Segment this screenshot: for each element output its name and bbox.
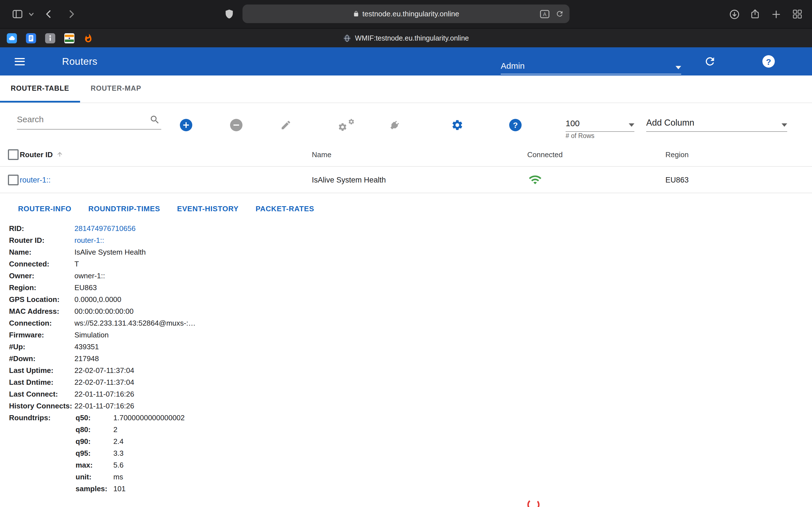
detail-row: Router ID:router-1::	[9, 234, 812, 246]
app-header: Routers Admin	[0, 47, 812, 75]
tab-overview-icon[interactable]	[790, 0, 805, 28]
detail-row: Last Uptime:22-02-07-11:37:04	[9, 364, 812, 376]
rows-per-page-value: 100	[566, 118, 580, 128]
detail-label: GPS Location:	[9, 295, 74, 304]
wifi-icon	[528, 173, 542, 186]
detail-value: 439351	[74, 342, 812, 351]
detail-label: Owner:	[9, 272, 74, 280]
stat-value: 1.7000000000000002	[113, 413, 812, 422]
stat-row: unit:ms	[75, 471, 812, 483]
add-row-button[interactable]	[179, 118, 193, 132]
remove-row-button[interactable]	[230, 118, 243, 132]
user-role-select[interactable]: Admin	[501, 54, 681, 74]
cloud-favicon[interactable]	[7, 33, 17, 43]
chevron-down-icon	[675, 66, 681, 69]
page-bookmark-title: WMIF:testnode.eu.thingularity.online	[355, 34, 469, 42]
stat-value: 2	[113, 425, 812, 434]
stat-label: samples:	[75, 485, 113, 493]
detail-row: Last Connect:22-01-11-07:16:26	[9, 388, 812, 400]
flame-favicon[interactable]	[84, 33, 93, 43]
router-settings-button[interactable]	[338, 118, 355, 132]
stat-value: 3.3	[113, 449, 812, 457]
forward-icon[interactable]	[64, 0, 79, 28]
tab-packet-rates[interactable]: PACKET-RATES	[256, 204, 314, 213]
detail-row: GPS Location:0.0000,0.0000	[9, 293, 812, 305]
detail-row: MAC Address:00:00:00:00:00:00	[9, 305, 812, 317]
settings-button[interactable]	[451, 118, 464, 132]
detail-row: Connection:ws://52.233.131.43:52864@muxs…	[9, 317, 812, 329]
rid-link[interactable]: 281474976710656	[74, 224, 812, 233]
shield-icon[interactable]	[222, 0, 236, 28]
sidebar-toggle-icon[interactable]	[10, 0, 25, 28]
rows-per-page-select[interactable]: 100	[566, 110, 635, 132]
translate-icon[interactable]: A	[540, 9, 550, 18]
detail-label: Router ID:	[9, 236, 74, 244]
connect-button[interactable]	[388, 118, 401, 132]
detail-label: #Up:	[9, 342, 74, 351]
tab-roundtrip-times[interactable]: ROUNDTRIP-TIMES	[88, 204, 160, 213]
column-header-name[interactable]: Name	[312, 150, 527, 159]
roundtrips-block: Roundtrips: q50:1.7000000000000002 q80:2…	[9, 412, 812, 495]
reload-icon[interactable]	[555, 10, 564, 18]
docs-favicon[interactable]	[26, 33, 36, 43]
refresh-button[interactable]	[704, 55, 716, 70]
detail-value: owner-1::	[74, 272, 812, 280]
detail-label: Last Uptime:	[9, 366, 74, 375]
back-icon[interactable]	[42, 0, 56, 28]
plus-circle-icon	[180, 119, 192, 131]
detail-row: Connected:T	[9, 258, 812, 270]
search-icon[interactable]	[149, 114, 160, 127]
detail-label: Firmware:	[9, 331, 74, 339]
active-page-bookmark[interactable]: WMIF:testnode.eu.thingularity.online	[343, 34, 469, 42]
detail-label: Connection:	[9, 319, 74, 327]
stat-value: 2.4	[113, 437, 812, 446]
new-tab-icon[interactable]	[769, 0, 783, 28]
table-help-button[interactable]	[509, 118, 522, 132]
edit-button[interactable]	[279, 118, 293, 132]
detail-label: Last Dntime:	[9, 378, 74, 386]
column-header-label: Router ID	[20, 150, 53, 159]
menu-icon[interactable]	[15, 47, 25, 75]
column-header-connected[interactable]: Connected	[527, 150, 665, 159]
detail-label: MAC Address:	[9, 307, 74, 316]
detail-label: History Connects:	[9, 402, 74, 410]
help-button[interactable]	[762, 55, 775, 68]
column-header-region[interactable]: Region	[665, 150, 804, 159]
address-bar[interactable]: testnode.eu.thingularity.online A	[243, 4, 569, 23]
detail-value: ws://52.233.131.43:52864@muxs-:…	[74, 319, 812, 327]
downloads-icon[interactable]	[727, 0, 741, 28]
favorites-bar: WMIF:testnode.eu.thingularity.online	[0, 28, 812, 47]
tab-router-table[interactable]: ROUTER-TABLE	[0, 75, 80, 103]
tab-event-history[interactable]: EVENT-HISTORY	[177, 204, 239, 213]
detail-value: 22-01-11-07:16:26	[74, 402, 812, 410]
add-column-select[interactable]: Add Column	[646, 110, 787, 132]
svg-text:A: A	[543, 11, 546, 17]
row-checkbox[interactable]	[8, 174, 18, 185]
lock-icon	[353, 10, 359, 17]
stat-value: 101	[113, 485, 812, 493]
stat-label: max:	[75, 461, 113, 469]
tab-router-info[interactable]: ROUTER-INFO	[18, 204, 71, 213]
stat-row: max:5.6	[75, 459, 812, 471]
table-toolbar: 100 # of Rows Add Column	[0, 103, 812, 143]
chevron-down-icon[interactable]	[27, 0, 35, 28]
share-icon[interactable]	[748, 0, 762, 28]
browser-toolbar: testnode.eu.thingularity.online A	[0, 0, 812, 28]
search-input[interactable]	[17, 111, 161, 129]
router-id-link[interactable]: router-1::	[74, 236, 812, 244]
detail-label: #Down:	[9, 354, 74, 363]
router-id-link[interactable]: router-1::	[20, 175, 51, 184]
detail-label: Name:	[9, 248, 74, 256]
select-all-checkbox[interactable]	[8, 149, 18, 160]
rows-per-page-caption: # of Rows	[566, 132, 594, 139]
flag-favicon[interactable]	[64, 33, 74, 43]
tab-router-map[interactable]: ROUTER-MAP	[80, 75, 152, 103]
detail-row: #Down:217948	[9, 353, 812, 364]
info-favicon[interactable]	[45, 33, 55, 43]
stat-row: q50:1.7000000000000002	[75, 412, 812, 424]
column-header-router-id[interactable]: Router ID	[20, 150, 312, 159]
table-row[interactable]: router-1:: IsAlive System Health EU863	[0, 167, 812, 193]
detail-value: EU863	[74, 283, 812, 292]
stat-value: 5.6	[113, 461, 812, 469]
main-tabs: ROUTER-TABLE ROUTER-MAP	[0, 75, 812, 103]
